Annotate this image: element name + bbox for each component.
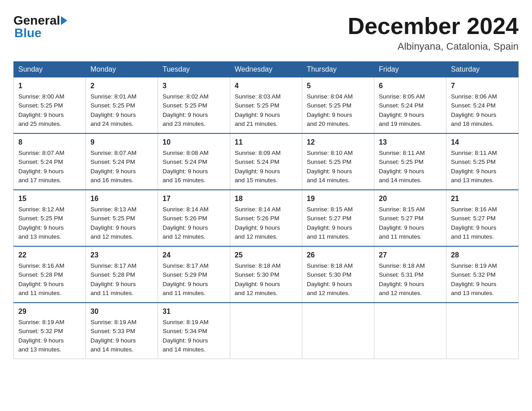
day-info-line: Sunset: 5:25 PM — [90, 101, 153, 110]
calendar-week-row: 29Sunrise: 8:19 AMSunset: 5:32 PMDayligh… — [14, 303, 519, 359]
day-info-line: Daylight: 9 hours — [90, 167, 153, 176]
calendar-day-cell: 9Sunrise: 8:07 AMSunset: 5:24 PMDaylight… — [86, 133, 158, 190]
day-number: 23 — [90, 250, 153, 261]
day-number: 1 — [18, 81, 81, 91]
day-info-line: Sunrise: 8:08 AM — [163, 149, 225, 158]
day-info-line: Daylight: 9 hours — [163, 336, 225, 345]
day-info-line: and 23 minutes. — [163, 120, 225, 128]
day-info-line: Sunset: 5:25 PM — [307, 158, 369, 167]
calendar-day-cell: 25Sunrise: 8:18 AMSunset: 5:30 PMDayligh… — [230, 246, 302, 303]
day-info-line: Daylight: 9 hours — [18, 111, 81, 120]
calendar-day-cell: 18Sunrise: 8:14 AMSunset: 5:26 PMDayligh… — [230, 190, 302, 246]
logo-blue-text: Blue — [14, 26, 42, 40]
day-info-line: Daylight: 9 hours — [163, 111, 225, 120]
calendar-day-cell — [302, 303, 374, 359]
day-info-line: Daylight: 9 hours — [307, 111, 369, 120]
day-number: 22 — [18, 250, 81, 261]
day-info-line: Sunrise: 8:16 AM — [18, 261, 81, 270]
calendar-header-cell: Friday — [374, 62, 446, 77]
day-info-line: Daylight: 9 hours — [18, 223, 81, 232]
day-info-line: Daylight: 9 hours — [307, 223, 369, 232]
day-info-line: Sunset: 5:33 PM — [90, 327, 153, 336]
day-info-line: Daylight: 9 hours — [90, 336, 153, 345]
day-info-line: Daylight: 9 hours — [163, 167, 225, 176]
day-info-line: Sunrise: 8:18 AM — [379, 261, 442, 270]
day-info-line: Sunset: 5:26 PM — [235, 214, 297, 223]
day-info-line: Sunrise: 8:17 AM — [90, 261, 153, 270]
calendar-header-cell: Sunday — [14, 62, 86, 77]
day-info-line: and 12 minutes. — [379, 289, 442, 298]
day-number: 24 — [163, 250, 225, 261]
day-info-line: Daylight: 9 hours — [451, 223, 514, 232]
day-info-line: Daylight: 9 hours — [163, 223, 225, 232]
day-info-line: Sunset: 5:30 PM — [235, 270, 297, 279]
day-info-line: Sunrise: 8:02 AM — [163, 92, 225, 101]
calendar-week-row: 8Sunrise: 8:07 AMSunset: 5:24 PMDaylight… — [14, 133, 519, 190]
day-number: 29 — [18, 306, 81, 317]
calendar-week-row: 22Sunrise: 8:16 AMSunset: 5:28 PMDayligh… — [14, 246, 519, 303]
day-info-line: and 11 minutes. — [18, 289, 81, 298]
day-info-line: Sunset: 5:25 PM — [451, 158, 514, 167]
calendar-day-cell: 27Sunrise: 8:18 AMSunset: 5:31 PMDayligh… — [374, 246, 446, 303]
day-info-line: Sunrise: 8:11 AM — [451, 149, 514, 158]
logo-arrow-icon — [61, 16, 67, 25]
day-info-line: Sunset: 5:34 PM — [163, 327, 225, 336]
day-info-line: Sunset: 5:27 PM — [307, 214, 369, 223]
day-info-line: Sunrise: 8:10 AM — [307, 149, 369, 158]
day-info-line: Sunset: 5:25 PM — [379, 158, 442, 167]
day-number: 19 — [307, 193, 369, 204]
day-info-line: and 13 minutes. — [18, 232, 81, 241]
day-number: 5 — [307, 81, 369, 91]
day-info-line: and 11 minutes. — [307, 232, 369, 241]
day-info-line: Daylight: 9 hours — [235, 111, 297, 120]
day-info-line: and 24 minutes. — [90, 120, 153, 128]
day-number: 31 — [163, 306, 225, 317]
day-info-line: Sunrise: 8:07 AM — [18, 149, 81, 158]
day-info-line: Sunset: 5:25 PM — [90, 214, 153, 223]
day-info-line: Sunrise: 8:13 AM — [90, 205, 153, 214]
day-number: 8 — [18, 137, 81, 148]
day-number: 25 — [235, 250, 297, 261]
day-info-line: Sunrise: 8:06 AM — [451, 92, 514, 101]
day-info-line: and 19 minutes. — [379, 120, 442, 128]
day-info-line: Sunrise: 8:14 AM — [163, 205, 225, 214]
day-number: 18 — [235, 193, 297, 204]
day-info-line: and 12 minutes. — [307, 289, 369, 298]
day-number: 10 — [163, 137, 225, 148]
day-info-line: Sunset: 5:29 PM — [163, 270, 225, 279]
day-info-line: and 11 minutes. — [163, 289, 225, 298]
day-number: 2 — [90, 81, 153, 91]
day-number: 15 — [18, 193, 81, 204]
day-info-line: and 14 minutes. — [307, 176, 369, 185]
title-block: December 2024 Albinyana, Catalonia, Spai… — [348, 13, 519, 52]
day-number: 12 — [307, 137, 369, 148]
day-number: 4 — [235, 81, 297, 91]
day-info-line: Sunset: 5:24 PM — [451, 101, 514, 110]
calendar-header-cell: Tuesday — [158, 62, 230, 77]
calendar-day-cell: 10Sunrise: 8:08 AMSunset: 5:24 PMDayligh… — [158, 133, 230, 190]
calendar-day-cell: 11Sunrise: 8:09 AMSunset: 5:24 PMDayligh… — [230, 133, 302, 190]
calendar-day-cell: 3Sunrise: 8:02 AMSunset: 5:25 PMDaylight… — [158, 77, 230, 134]
day-info-line: Daylight: 9 hours — [18, 167, 81, 176]
calendar-day-cell: 12Sunrise: 8:10 AMSunset: 5:25 PMDayligh… — [302, 133, 374, 190]
day-number: 28 — [451, 250, 514, 261]
location-subtitle: Albinyana, Catalonia, Spain — [348, 41, 519, 52]
day-info-line: Daylight: 9 hours — [90, 280, 153, 289]
day-info-line: Sunrise: 8:14 AM — [235, 205, 297, 214]
month-title: December 2024 — [348, 13, 519, 39]
day-info-line: Daylight: 9 hours — [18, 336, 81, 345]
day-info-line: Sunrise: 8:19 AM — [90, 318, 153, 327]
day-number: 3 — [163, 81, 225, 91]
day-info-line: Sunrise: 8:09 AM — [235, 149, 297, 158]
page-header: General Blue December 2024 Albinyana, Ca… — [13, 13, 519, 52]
day-info-line: Sunrise: 8:05 AM — [379, 92, 442, 101]
calendar-day-cell: 19Sunrise: 8:15 AMSunset: 5:27 PMDayligh… — [302, 190, 374, 246]
calendar-day-cell: 14Sunrise: 8:11 AMSunset: 5:25 PMDayligh… — [446, 133, 519, 190]
day-info-line: Daylight: 9 hours — [90, 223, 153, 232]
calendar-day-cell: 20Sunrise: 8:15 AMSunset: 5:27 PMDayligh… — [374, 190, 446, 246]
calendar-day-cell: 22Sunrise: 8:16 AMSunset: 5:28 PMDayligh… — [14, 246, 86, 303]
day-info-line: and 11 minutes. — [90, 289, 153, 298]
day-info-line: and 16 minutes. — [163, 176, 225, 185]
day-info-line: Sunset: 5:25 PM — [18, 214, 81, 223]
day-info-line: Sunset: 5:32 PM — [451, 270, 514, 279]
